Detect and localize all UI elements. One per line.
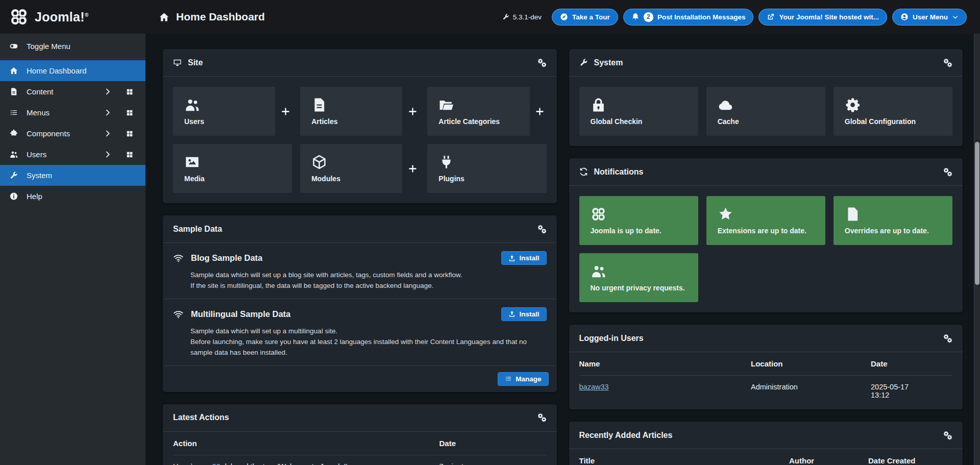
system-card-header: System	[569, 49, 963, 77]
registered-mark: ®	[85, 12, 89, 17]
install-multilingual-sample-button[interactable]: Install	[501, 307, 546, 321]
site-card: Site Users	[163, 49, 557, 203]
user-link[interactable]: bazaw33	[191, 462, 220, 465]
page-title-text: Home Dashboard	[176, 11, 265, 23]
sidebar-item-users[interactable]: Users	[0, 144, 145, 165]
users-dashboard-button[interactable]	[122, 149, 137, 161]
column-header: Author	[789, 456, 868, 465]
site-tiles: Users Articles	[163, 77, 557, 203]
modules-tile[interactable]: Modules	[300, 144, 402, 193]
add-user-button[interactable]	[279, 106, 292, 117]
card-title: Recently Added Articles	[579, 431, 673, 440]
notifications-settings-button[interactable]	[943, 167, 952, 177]
article-categories-tile[interactable]: Article Categories	[427, 87, 529, 136]
sample-title: Multilingual Sample Data	[191, 309, 494, 319]
chevron-right-icon	[103, 129, 113, 138]
messages-count-badge: 2	[644, 12, 653, 22]
action-cell: User bazaw33 delayed the tour 'Welcome t…	[173, 462, 439, 465]
components-icon	[9, 129, 19, 138]
system-card: System Global Checkin	[569, 49, 963, 146]
home-icon	[9, 66, 19, 75]
install-blog-sample-button[interactable]: Install	[501, 251, 546, 265]
take-a-tour-button[interactable]: Take a Tour	[552, 9, 618, 26]
cloud-icon	[718, 97, 733, 113]
wrench-icon	[9, 171, 19, 180]
content-dashboard-button[interactable]	[122, 86, 137, 98]
desktop-icon	[173, 58, 182, 67]
joomla-brand[interactable]: Joomla!®	[0, 7, 145, 27]
overrides-status-tile[interactable]: Overrides are up to date.	[834, 196, 952, 245]
site-card-settings-button[interactable]	[537, 58, 547, 67]
articles-tile[interactable]: Articles	[300, 87, 402, 136]
global-checkin-tile[interactable]: Global Checkin	[579, 87, 698, 136]
plus-icon	[407, 106, 418, 117]
user-link[interactable]: bazaw33	[579, 383, 609, 391]
grid-icon	[125, 151, 135, 159]
logged-in-users-settings-button[interactable]	[943, 334, 952, 343]
site-card-header: Site	[163, 49, 557, 77]
date-cell: 7 minutes ago	[439, 462, 547, 465]
system-tiles: Global Checkin Cache G	[569, 77, 963, 146]
image-icon	[184, 154, 200, 170]
sample-description: Sample data which will set up a multilin…	[190, 326, 547, 358]
add-category-button[interactable]	[533, 106, 547, 117]
sidebar-item-label: System	[27, 171, 137, 180]
sidebar-item-content[interactable]: Content	[0, 81, 145, 102]
sidebar-item-menus[interactable]: Menus	[0, 102, 145, 123]
latest-actions-header: Latest Actions	[163, 404, 557, 432]
recently-added-articles-card: Recently Added Articles Title Author Dat…	[569, 422, 963, 465]
recent-articles-settings-button[interactable]	[943, 431, 952, 440]
plus-icon	[407, 163, 418, 174]
latest-actions-settings-button[interactable]	[537, 413, 547, 422]
brand-wordmark: Joomla!®	[35, 10, 89, 25]
chevron-right-icon	[103, 87, 113, 96]
recent-articles-header: Recently Added Articles	[569, 422, 963, 449]
card-title: Sample Data	[173, 225, 222, 234]
star-icon	[718, 206, 733, 222]
latest-actions-card: Latest Actions Action Date User bazaw33 …	[163, 404, 557, 465]
list-icon	[505, 375, 512, 382]
user-menu-button[interactable]: User Menu	[892, 9, 967, 26]
add-module-button[interactable]	[406, 163, 419, 174]
add-article-button[interactable]	[406, 106, 419, 117]
menus-dashboard-button[interactable]	[122, 107, 137, 119]
table-header-row: Title Author Date Created	[579, 449, 953, 465]
sidebar-item-home-dashboard[interactable]: Home Dashboard	[0, 60, 145, 81]
logged-in-users-card: Logged-in Users Name Location Date bazaw…	[569, 325, 963, 409]
latest-actions-table: Action Date User bazaw33 delayed the tou…	[163, 432, 557, 465]
toggle-menu-button[interactable]: Toggle Menu	[0, 36, 145, 57]
tour-compass-icon	[560, 13, 568, 21]
media-tile[interactable]: Media	[173, 144, 292, 193]
column-header: Date	[871, 359, 952, 368]
post-installation-messages-button[interactable]: 2 Post Installation Messages	[623, 9, 754, 26]
sidebar-item-help[interactable]: Help	[0, 186, 145, 207]
hosted-site-button[interactable]: Your Joomla! Site hosted wit...	[758, 9, 887, 26]
cache-tile[interactable]: Cache	[706, 87, 825, 136]
users-tile[interactable]: Users	[173, 87, 275, 136]
components-dashboard-button[interactable]	[122, 128, 137, 140]
wifi-icon	[173, 253, 184, 263]
extensions-status-tile[interactable]: Extensions are up to date.	[706, 196, 825, 245]
plugins-tile[interactable]: Plugins	[427, 144, 546, 193]
joomla-logo-icon	[9, 7, 29, 27]
gears-icon	[943, 58, 952, 67]
card-title: Logged-in Users	[579, 334, 644, 343]
sidebar-item-components[interactable]: Components	[0, 123, 145, 144]
date-cell: 2025-05-17 13:12	[871, 383, 952, 399]
top-bar-actions: 5.3.1-dev Take a Tour 2 Post Installatio…	[502, 9, 980, 26]
table-row: bazaw33 Administration 2025-05-17 13:12	[579, 376, 953, 406]
global-configuration-tile[interactable]: Global Configuration	[834, 87, 952, 136]
manage-button[interactable]: Manage	[498, 372, 548, 386]
sample-data-settings-button[interactable]	[537, 225, 547, 234]
bell-icon	[631, 13, 640, 21]
joomla-update-status-tile[interactable]: Joomla is up to date.	[579, 196, 698, 245]
sidebar-item-system[interactable]: System	[0, 165, 145, 186]
logged-in-users-table: Name Location Date bazaw33 Administratio…	[569, 352, 963, 409]
scrollbar[interactable]	[974, 0, 980, 465]
scrollbar-thumb[interactable]	[975, 142, 979, 285]
system-card-settings-button[interactable]	[943, 58, 952, 67]
sidebar-item-label: Home Dashboard	[27, 66, 137, 75]
privacy-requests-tile[interactable]: No urgent privacy requests.	[579, 253, 698, 302]
logged-in-users-header: Logged-in Users	[569, 325, 963, 352]
upload-icon	[508, 255, 516, 262]
